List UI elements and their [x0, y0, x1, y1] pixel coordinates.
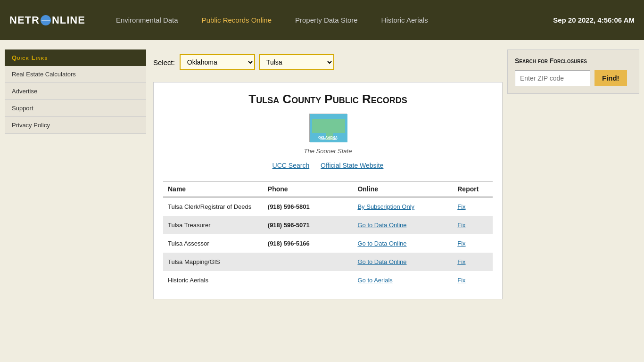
foreclosure-form: Find!: [515, 70, 632, 86]
sidebar: Quick Links Real Estate Calculators Adve…: [5, 49, 146, 299]
table-row: Tulsa Treasurer(918) 596-5071Go to Data …: [163, 216, 493, 234]
records-table: Name Phone Online Report Tulsa Clerk/Reg…: [163, 181, 493, 289]
cell-report: Fix: [453, 253, 493, 271]
nav-historic-aerials[interactable]: Historic Aerials: [370, 16, 440, 24]
online-link[interactable]: Go to Aerials: [357, 277, 392, 284]
header: NETRNLINE Environmental Data Public Reco…: [0, 0, 644, 40]
state-svg: OKLAHOMA: [310, 114, 347, 142]
logo[interactable]: NETRNLINE: [9, 14, 85, 26]
logo-text-before: NETR: [9, 14, 40, 26]
table-row: Tulsa Clerk/Registrar of Deeds(918) 596-…: [163, 197, 493, 216]
table-header-row: Name Phone Online Report: [163, 181, 493, 197]
cell-phone: [263, 253, 353, 271]
cell-online: By Subscription Only: [353, 197, 453, 216]
state-select[interactable]: Oklahoma: [180, 54, 255, 70]
main-nav: Environmental Data Public Records Online…: [104, 16, 553, 24]
cell-name: Historic Aerials: [163, 271, 263, 289]
sidebar-link-support[interactable]: Support: [5, 100, 146, 117]
select-label: Select:: [153, 58, 175, 66]
county-select[interactable]: Tulsa: [259, 54, 334, 70]
report-link[interactable]: Fix: [457, 222, 465, 229]
state-image: OKLAHOMA: [309, 114, 347, 142]
cell-name: Tulsa Assessor: [163, 234, 263, 253]
col-header-online: Online: [353, 181, 453, 197]
right-panel: Search for Forclosures Find!: [507, 49, 639, 299]
datetime: Sep 20 2022, 4:56:06 AM: [553, 16, 635, 24]
foreclosure-title: Search for Forclosures: [515, 57, 632, 65]
online-link[interactable]: Go to Data Online: [357, 222, 406, 229]
table-row: Tulsa Assessor(918) 596-5166Go to Data O…: [163, 234, 493, 253]
county-title: Tulsa County Public Records: [163, 92, 493, 107]
cell-name: Tulsa Clerk/Registrar of Deeds: [163, 197, 263, 216]
col-header-phone: Phone: [263, 181, 353, 197]
online-link[interactable]: Go to Data Online: [357, 240, 406, 247]
cell-phone: [263, 271, 353, 289]
cell-online: Go to Data Online: [353, 234, 453, 253]
cell-report: Fix: [453, 197, 493, 216]
globe-icon: [41, 15, 51, 25]
table-row: Tulsa Mapping/GISGo to Data OnlineFix: [163, 253, 493, 271]
table-body: Tulsa Clerk/Registrar of Deeds(918) 596-…: [163, 197, 493, 289]
sidebar-link-real-estate[interactable]: Real Estate Calculators: [5, 66, 146, 83]
nav-environmental-data[interactable]: Environmental Data: [104, 16, 190, 24]
online-link[interactable]: By Subscription Only: [357, 203, 414, 210]
col-header-name: Name: [163, 181, 263, 197]
nav-property-data-store[interactable]: Property Data Store: [283, 16, 370, 24]
links-row: UCC Search Official State Website: [163, 162, 493, 169]
main-layout: Quick Links Real Estate Calculators Adve…: [0, 40, 644, 309]
find-button[interactable]: Find!: [594, 70, 627, 86]
cell-online: Go to Aerials: [353, 271, 453, 289]
select-row: Select: Oklahoma Tulsa: [153, 49, 503, 75]
online-link[interactable]: Go to Data Online: [357, 258, 406, 265]
logo-text-after: NLINE: [52, 14, 85, 26]
sidebar-link-advertise[interactable]: Advertise: [5, 83, 146, 100]
report-link[interactable]: Fix: [457, 258, 465, 265]
zip-input[interactable]: [515, 70, 590, 86]
cell-online: Go to Data Online: [353, 216, 453, 234]
quick-links-header: Quick Links: [5, 49, 146, 66]
cell-phone: (918) 596-5071: [263, 216, 353, 234]
table-row: Historic AerialsGo to AerialsFix: [163, 271, 493, 289]
content-area: Select: Oklahoma Tulsa Tulsa County Publ…: [153, 49, 503, 299]
report-link[interactable]: Fix: [457, 277, 465, 284]
official-state-website-link[interactable]: Official State Website: [321, 162, 383, 169]
state-nickname: The Sooner State: [163, 148, 493, 155]
ucc-search-link[interactable]: UCC Search: [272, 162, 310, 169]
nav-public-records-online[interactable]: Public Records Online: [190, 16, 283, 24]
cell-phone: (918) 596-5166: [263, 234, 353, 253]
svg-text:OKLAHOMA: OKLAHOMA: [320, 138, 337, 140]
foreclosure-box: Search for Forclosures Find!: [507, 49, 639, 94]
cell-name: Tulsa Mapping/GIS: [163, 253, 263, 271]
cell-online: Go to Data Online: [353, 253, 453, 271]
cell-report: Fix: [453, 216, 493, 234]
cell-report: Fix: [453, 234, 493, 253]
state-image-container: OKLAHOMA: [163, 114, 493, 144]
county-content: Tulsa County Public Records OKLAHOMA The…: [153, 82, 503, 299]
sidebar-link-privacy[interactable]: Privacy Policy: [5, 117, 146, 134]
report-link[interactable]: Fix: [457, 203, 465, 210]
report-link[interactable]: Fix: [457, 240, 465, 247]
col-header-report: Report: [453, 181, 493, 197]
cell-name: Tulsa Treasurer: [163, 216, 263, 234]
cell-phone: (918) 596-5801: [263, 197, 353, 216]
cell-report: Fix: [453, 271, 493, 289]
